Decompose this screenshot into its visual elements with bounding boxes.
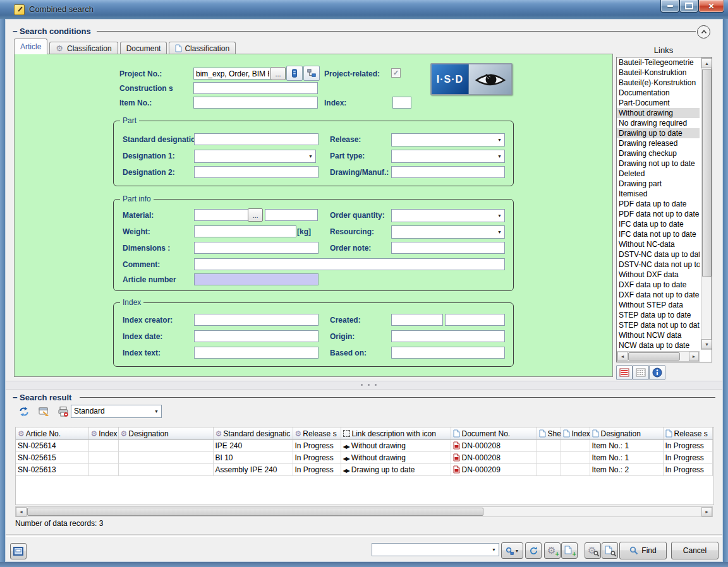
link-item[interactable]: STEP data not up to dat (617, 320, 700, 330)
link-item[interactable]: Drawing part (617, 179, 700, 189)
column-header[interactable]: ⚙Designation (118, 427, 213, 440)
tab-classification-1[interactable]: ⚙Classification (49, 42, 118, 54)
link-item[interactable]: Bauteil(e)-Konstruktion (617, 78, 700, 88)
link-item[interactable]: Bauteil-Teilegeometrie (617, 57, 700, 68)
link-item[interactable]: Without NC-data (617, 239, 700, 249)
link-item[interactable]: Without drawing (617, 108, 700, 118)
links-vscroll-thumb[interactable] (702, 69, 712, 277)
comment-input[interactable] (194, 258, 505, 270)
result-hscroll-thumb[interactable] (27, 508, 483, 516)
created-input-1[interactable] (391, 314, 443, 326)
close-button[interactable]: ✕ (698, 0, 724, 13)
new-document-button[interactable]: + (561, 542, 578, 559)
link-item[interactable]: Documentation (617, 88, 700, 98)
link-item[interactable]: Drawing released (617, 138, 700, 148)
item-no-input[interactable] (193, 97, 318, 109)
scroll-right-button[interactable]: ► (689, 352, 699, 361)
order-note-input[interactable] (391, 242, 505, 254)
material-input-2[interactable] (265, 209, 318, 221)
scroll-up-button[interactable]: ▲ (701, 58, 712, 68)
scroll-right-button[interactable]: ► (701, 507, 712, 516)
weight-input[interactable] (194, 225, 296, 237)
result-hscrollbar[interactable]: ◄ ► (15, 506, 713, 517)
material-browse-button[interactable]: ... (248, 208, 263, 222)
document-table-view-button[interactable] (633, 365, 649, 380)
link-item[interactable]: NCW data up to date (617, 340, 700, 350)
article-search-button[interactable]: ⚙ (585, 542, 601, 559)
scroll-left-button[interactable]: ◄ (16, 507, 27, 516)
project-browse-button[interactable]: ... (270, 67, 286, 80)
order-quantity-combo[interactable]: ▼ (391, 209, 505, 222)
drawing-manuf-input[interactable] (391, 166, 505, 178)
column-header[interactable]: ⚙Release s (293, 427, 341, 440)
result-row[interactable]: SN-025615BI 10In Progress◀▶Without drawi… (16, 452, 712, 464)
column-header[interactable]: Link description with icon (341, 427, 451, 440)
link-item[interactable]: PDF data up to date (617, 199, 700, 209)
result-row[interactable]: SN-025614IPE 240In Progress◀▶Without dra… (16, 440, 712, 452)
cancel-button[interactable]: Cancel (671, 542, 719, 559)
index-creator-input[interactable] (194, 314, 318, 326)
link-item[interactable]: No drawing required (617, 118, 700, 128)
designation1-combo[interactable]: ▼ (194, 150, 316, 163)
result-row[interactable]: SN-025613Assembly IPE 240In Progress◀▶Dr… (16, 464, 712, 476)
link-item[interactable]: PDF data not up to date (617, 209, 700, 219)
link-item[interactable]: STEP data up to date (617, 310, 700, 320)
project-tree-button[interactable] (286, 66, 303, 81)
link-item[interactable]: Drawing checkup (617, 148, 700, 158)
link-item[interactable]: DSTV-NC data not up to (617, 260, 700, 270)
based-on-input[interactable] (391, 347, 505, 359)
refresh-button[interactable] (525, 542, 542, 559)
link-item[interactable]: DXF data up to date (617, 280, 700, 290)
collapse-section-button[interactable] (697, 25, 710, 39)
dialog-layout-button[interactable] (10, 543, 27, 559)
save-search-button[interactable]: ▼ (501, 542, 523, 559)
column-header[interactable]: Shee (537, 427, 561, 440)
find-button[interactable]: Find (619, 542, 667, 559)
standard-designation-input[interactable] (194, 133, 318, 145)
titlebar[interactable]: Combined search (0, 0, 728, 20)
link-item[interactable]: DSTV-NC data up to dat (617, 249, 700, 260)
column-header[interactable]: ⚙Article No. (16, 427, 88, 440)
project-related-checkbox[interactable]: ✓ (391, 68, 401, 78)
construction-input[interactable] (193, 82, 318, 94)
link-item[interactable]: Bauteil-Konstruktion (617, 68, 700, 78)
origin-input[interactable] (391, 330, 505, 342)
link-item[interactable]: IFC data not up to date (617, 229, 700, 239)
link-item[interactable]: Drawing not up to date (617, 158, 700, 169)
part-type-combo[interactable]: ▼ (391, 150, 505, 163)
export-result-button[interactable] (38, 405, 51, 418)
release-combo[interactable]: ▼ (391, 133, 505, 146)
document-search-button[interactable] (602, 542, 618, 559)
project-no-input[interactable] (193, 68, 272, 80)
new-article-button[interactable]: ⚙ + (544, 542, 561, 559)
links-hscrollbar[interactable]: ◄ ► (617, 351, 700, 362)
link-item[interactable]: IFC data up to date (617, 219, 700, 229)
column-header[interactable]: ⚙Index (88, 427, 118, 440)
column-header[interactable]: Document No. (451, 427, 537, 440)
links-vscrollbar[interactable]: ▲ ▼ (701, 57, 712, 350)
scroll-down-button[interactable]: ▼ (701, 339, 712, 349)
minimize-button[interactable] (660, 0, 679, 13)
link-item[interactable]: Without DXF data (617, 270, 700, 280)
index-input[interactable] (392, 97, 411, 109)
link-item[interactable]: Part-Document (617, 98, 700, 108)
link-item[interactable]: Drawing up to date (617, 128, 700, 138)
tab-classification-3[interactable]: Classification (169, 42, 236, 54)
splitter-handle[interactable] (6, 381, 722, 390)
created-input-2[interactable] (445, 314, 505, 326)
index-date-input[interactable] (194, 330, 318, 342)
link-item[interactable]: Deleted (617, 169, 700, 179)
article-table-view-button[interactable] (616, 365, 633, 380)
designation2-input[interactable] (194, 166, 318, 178)
link-item[interactable]: Itemised (617, 189, 700, 199)
info-button[interactable] (649, 365, 665, 380)
tab-article-0[interactable]: Article (14, 39, 47, 54)
print-result-button[interactable] (57, 405, 70, 418)
links-hscroll-thumb[interactable] (628, 352, 680, 361)
article-number-input[interactable] (194, 273, 318, 285)
scroll-left-button[interactable]: ◄ (617, 352, 628, 361)
maximize-button[interactable] (679, 0, 698, 13)
dimensions-input[interactable] (194, 242, 318, 254)
project-structure-button[interactable] (303, 66, 320, 81)
column-header[interactable]: ⚙Standard designatic (213, 427, 293, 440)
